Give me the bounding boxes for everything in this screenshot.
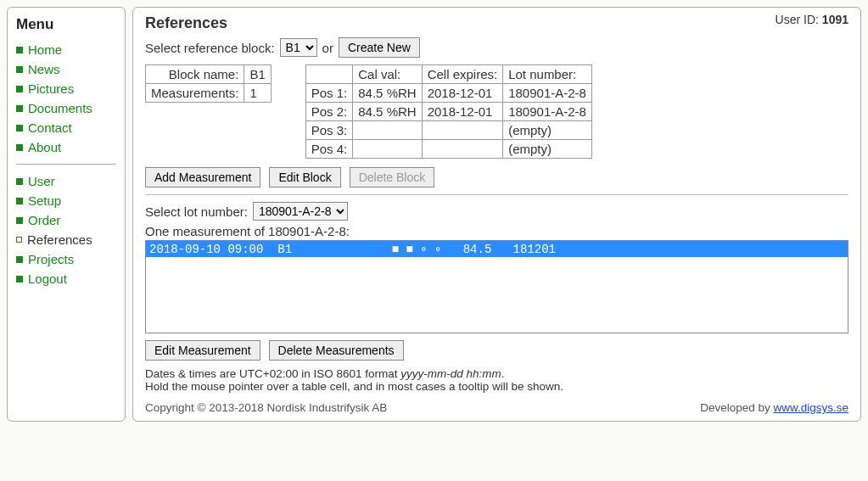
pos-label: Pos 1: (305, 84, 353, 103)
sidebar-item-label: Contact (28, 120, 72, 135)
pos-label: Pos 4: (305, 140, 353, 159)
square-outline-icon (16, 237, 22, 243)
cal-val-cell: 84.5 %RH (353, 84, 422, 103)
pos-label: Pos 3: (305, 121, 353, 140)
sidebar-item-label: Setup (28, 193, 61, 208)
square-icon (16, 198, 23, 204)
measurements-heading: One measurement of 180901-A-2-8: (145, 224, 848, 238)
main-panel: User ID: 1091 References Select referenc… (132, 7, 861, 422)
create-new-button[interactable]: Create New (339, 37, 420, 58)
select-block-label: Select reference block: (145, 41, 275, 55)
user-id-label: User ID: (776, 13, 822, 26)
edit-block-button[interactable]: Edit Block (269, 167, 340, 187)
table-row: Pos 4: (empty) (305, 140, 591, 159)
add-measurement-button[interactable]: Add Measurement (145, 167, 260, 187)
sidebar: Menu Home News Pictures Documents Contac… (7, 7, 126, 422)
sidebar-item-about[interactable]: About (16, 137, 116, 157)
positions-table: Cal val: Cell expires: Lot number: Pos 1… (305, 64, 592, 159)
sidebar-item-contact[interactable]: Contact (16, 118, 116, 137)
square-icon (16, 256, 23, 263)
hint-text: Dates & times are UTC+02:00 in ISO 8601 … (145, 367, 848, 393)
sidebar-item-home[interactable]: Home (16, 40, 116, 59)
developed-by-label: Developed by (700, 401, 773, 414)
copyright-text: Copyright © 2013-2018 Nordisk Industrify… (145, 401, 387, 414)
delete-measurements-button[interactable]: Delete Measurements (269, 340, 404, 361)
pos-header-blank (305, 65, 353, 84)
pos-label: Pos 2: (305, 103, 353, 121)
square-icon (16, 276, 23, 282)
delete-block-button[interactable]: Delete Block (350, 167, 435, 187)
lot-number-cell: 180901-A-2-8 (503, 84, 592, 103)
block-info-table: Block name: B1 Measurements: 1 (145, 64, 272, 103)
square-icon (16, 105, 23, 112)
lot-number-header: Lot number: (503, 65, 592, 84)
cell-expires-cell (422, 140, 503, 159)
table-row: Pos 3: (empty) (305, 121, 591, 140)
lot-number-cell: (empty) (503, 121, 592, 140)
square-icon (16, 47, 23, 53)
block-buttons-row: Add Measurement Edit Block Delete Block (145, 167, 848, 187)
sidebar-item-label: About (28, 140, 61, 154)
menu-group-2: User Setup Order References Projects Log… (16, 171, 116, 288)
sidebar-item-documents[interactable]: Documents (16, 98, 116, 118)
measurements-listbox[interactable]: 2018-09-10 09:00 B1 ■ ■ ∘ ∘ 84.5 181201 (145, 240, 848, 333)
hint-format: yyyy-mm-dd hh:mm (400, 367, 501, 380)
sidebar-item-news[interactable]: News (16, 59, 116, 79)
cell-expires-cell: 2018-12-01 (422, 84, 503, 103)
list-item[interactable]: 2018-09-10 09:00 B1 ■ ■ ∘ ∘ 84.5 181201 (146, 241, 848, 257)
sidebar-item-user[interactable]: User (16, 171, 116, 191)
table-row: Measurements: 1 (146, 84, 272, 103)
footer: Copyright © 2013-2018 Nordisk Industrify… (145, 398, 848, 414)
user-id: User ID: 1091 (776, 13, 848, 26)
divider (145, 194, 848, 195)
menu-title: Menu (16, 16, 116, 33)
square-icon (16, 66, 23, 73)
cell-expires-cell: 2018-12-01 (422, 103, 503, 121)
square-icon (16, 125, 23, 131)
developer-link[interactable]: www.digsys.se (773, 401, 848, 414)
sidebar-item-label: Logout (28, 271, 67, 286)
measurements-label: Measurements: (146, 84, 244, 103)
table-row: Cal val: Cell expires: Lot number: (305, 65, 591, 84)
user-id-value: 1091 (822, 13, 848, 26)
sidebar-item-label: Pictures (28, 81, 74, 96)
lot-number-cell: (empty) (503, 140, 592, 159)
hint-part: Hold the mouse pointer over a table cell… (145, 380, 563, 393)
sidebar-item-order[interactable]: Order (16, 210, 116, 230)
square-icon (16, 144, 23, 151)
menu-group-1: Home News Pictures Documents Contact Abo… (16, 40, 116, 157)
block-name-label: Block name: (146, 65, 244, 84)
measurements-value: 1 (244, 84, 271, 103)
hint-part: . (501, 367, 505, 380)
reference-block-select[interactable]: B1 (280, 38, 317, 57)
sidebar-item-label: User (28, 174, 55, 188)
square-icon (16, 86, 23, 92)
square-icon (16, 217, 23, 224)
sidebar-item-setup[interactable]: Setup (16, 191, 116, 210)
sidebar-item-logout[interactable]: Logout (16, 269, 116, 288)
menu-separator (16, 164, 116, 165)
table-row: Pos 2: 84.5 %RH 2018-12-01 180901-A-2-8 (305, 103, 591, 121)
cal-val-cell (353, 140, 422, 159)
edit-measurement-button[interactable]: Edit Measurement (145, 340, 260, 361)
select-lot-label: Select lot number: (145, 204, 248, 219)
sidebar-item-label: Projects (28, 252, 74, 266)
tables-row: Block name: B1 Measurements: 1 Cal val: … (145, 64, 848, 159)
or-text: or (322, 41, 333, 55)
cell-expires-cell (422, 121, 503, 140)
cell-expires-header: Cell expires: (422, 65, 503, 84)
select-block-row: Select reference block: B1 or Create New (145, 37, 848, 58)
sidebar-item-label: News (28, 62, 60, 76)
lot-number-select[interactable]: 180901-A-2-8 (253, 202, 348, 221)
lot-number-cell: 180901-A-2-8 (503, 103, 592, 121)
sidebar-item-projects[interactable]: Projects (16, 249, 116, 269)
sidebar-item-label: Home (28, 42, 62, 57)
cal-val-cell (353, 121, 422, 140)
hint-part: Dates & times are UTC+02:00 in ISO 8601 … (145, 367, 400, 380)
sidebar-item-label: Documents (28, 101, 92, 115)
cal-val-header: Cal val: (353, 65, 422, 84)
block-name-value: B1 (244, 65, 271, 84)
sidebar-item-label: References (27, 232, 92, 247)
sidebar-item-pictures[interactable]: Pictures (16, 79, 116, 98)
sidebar-item-references[interactable]: References (16, 230, 116, 249)
